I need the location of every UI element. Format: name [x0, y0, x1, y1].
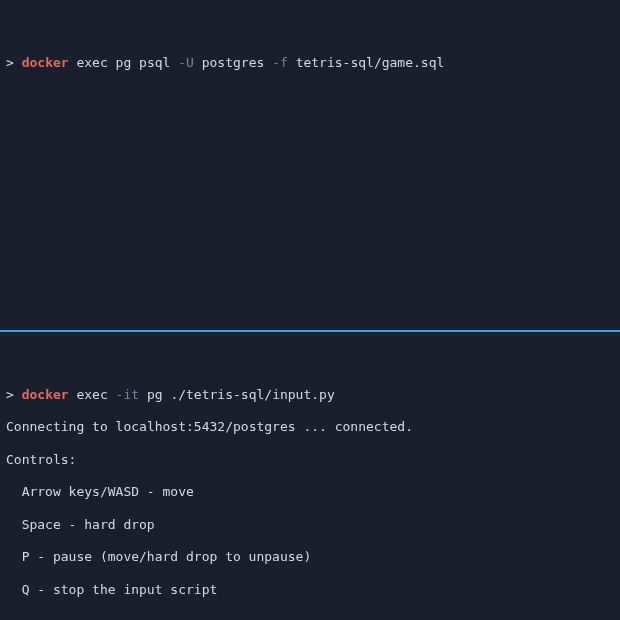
flag-u: -U [178, 55, 194, 70]
output-line: Connecting to localhost:5432/postgres ..… [6, 419, 614, 435]
cmd-args: postgres [202, 55, 265, 70]
output-line: Q - stop the input script [6, 582, 614, 598]
prompt-caret: > [6, 55, 14, 70]
flag-f: -f [272, 55, 288, 70]
output-line: Arrow keys/WASD - move [6, 484, 614, 500]
terminal-pane-bottom[interactable]: > docker exec -it pg ./tetris-sql/input.… [0, 332, 620, 620]
flag-it: -it [116, 387, 139, 402]
cmd-args: exec pg psql [76, 55, 170, 70]
controls-quit: Q - stop the input script [22, 582, 218, 597]
controls-move: Arrow keys/WASD - move [22, 484, 194, 499]
controls-pause: P - pause (move/hard drop to unpause) [22, 549, 312, 564]
controls-harddrop: Space - hard drop [22, 517, 155, 532]
output-line: Space - hard drop [6, 517, 614, 533]
output-line: Controls: [6, 452, 614, 468]
docker-keyword: docker [22, 55, 69, 70]
cmd-args: exec [76, 387, 107, 402]
prompt-caret: > [6, 387, 14, 402]
command-line-bottom: > docker exec -it pg ./tetris-sql/input.… [6, 370, 614, 403]
docker-keyword: docker [22, 387, 69, 402]
terminal-pane-top[interactable]: > docker exec pg psql -U postgres -f tet… [0, 0, 620, 332]
output-line: P - pause (move/hard drop to unpause) [6, 549, 614, 565]
cmd-args: tetris-sql/game.sql [296, 55, 445, 70]
command-line-top: > docker exec pg psql -U postgres -f tet… [6, 39, 614, 72]
cmd-args: pg ./tetris-sql/input.py [147, 387, 335, 402]
